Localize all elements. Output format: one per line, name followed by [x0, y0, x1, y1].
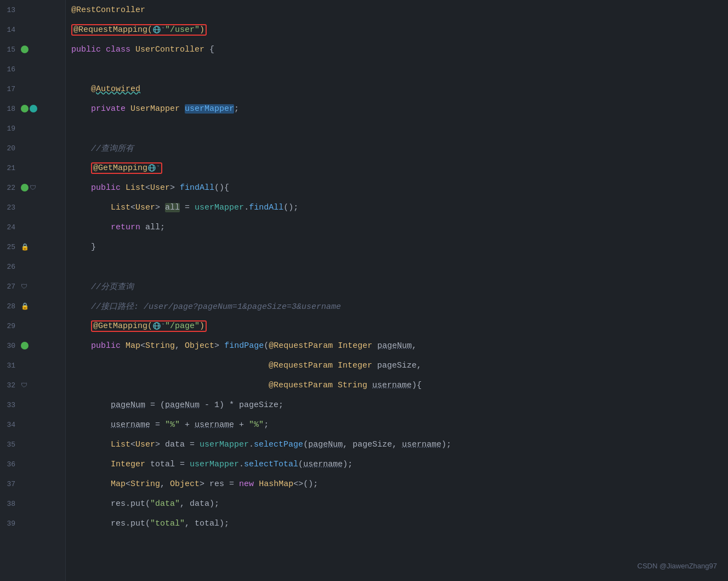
var-all: all	[165, 203, 180, 212]
gutter-row-27: 27 🛡	[0, 277, 65, 296]
gutter-row-16: 16	[0, 59, 65, 79]
angle-22: <	[145, 183, 150, 193]
gutter-row-33: 33	[0, 395, 65, 415]
type-object-37: Object	[170, 480, 200, 489]
res-put-39: res.put(	[71, 519, 150, 528]
code-line-32: @RequestParam String username){	[71, 375, 728, 395]
line-num-33: 33	[0, 401, 20, 409]
code-line-15: public class UserController {	[71, 40, 728, 59]
line-num-35: 35	[0, 441, 20, 449]
line-num-14: 14	[0, 26, 20, 34]
at-reqparam-30: @RequestParam	[269, 341, 338, 351]
brace-open-15: {	[209, 45, 214, 54]
string-page: "/page"	[165, 321, 200, 331]
usermapper-ref-35: userMapper	[200, 440, 249, 449]
semi-34: ;	[264, 420, 269, 430]
kw-public-30: public	[71, 341, 126, 351]
username-var-34: username =	[71, 420, 165, 430]
parens-22: (){	[214, 183, 229, 193]
params-36: (username);	[298, 460, 352, 469]
string-total-39: "total"	[150, 519, 185, 528]
gutter-row-34: 34	[0, 415, 65, 435]
globe-icon-29	[153, 322, 161, 330]
type-integer-31: Integer	[338, 361, 377, 370]
comment-20: //查询所有	[71, 143, 134, 154]
string-data-38: "data"	[150, 499, 180, 509]
kw-return-24: return	[71, 223, 145, 232]
line-num-29: 29	[0, 322, 20, 330]
gutter-row-19: 19	[0, 119, 65, 138]
gutter-row-29: 29	[0, 316, 65, 336]
get-mapping-redbox-21: @GetMapping˅	[91, 162, 162, 174]
chevron-icon-29: ˅	[162, 323, 164, 329]
lock-icon-28: 🔒	[21, 302, 29, 310]
type-user-35: User	[135, 440, 155, 449]
angle-23a: <	[130, 203, 135, 212]
type-integer-36: Integer	[71, 460, 150, 469]
line-num-38: 38	[0, 500, 20, 508]
kw-public-15: public	[71, 45, 106, 54]
var-all-24: all;	[145, 223, 165, 232]
brace-close-25: }	[71, 242, 96, 252]
string-percent-34b: "%"	[249, 420, 264, 430]
code-line-17: @Autowired	[71, 79, 728, 99]
param-pagesize-31: pageSize,	[377, 361, 422, 370]
line-num-39: 39	[0, 520, 20, 528]
line-num-18: 18	[0, 105, 20, 113]
line-num-21: 21	[0, 164, 20, 172]
code-33: pageNum = (pageNum - 1) * pageSize;	[71, 401, 283, 410]
gutter-row-39: 39	[0, 514, 65, 533]
code-line-18: private UserMapper userMapper;	[71, 99, 728, 119]
line-num-28: 28	[0, 302, 20, 311]
type-map-37: Map	[71, 480, 126, 489]
gutter-row-14: 14	[0, 20, 65, 40]
line-num-20: 20	[0, 144, 20, 153]
type-map-30: Map	[126, 341, 140, 351]
code-line-13: @RestController	[71, 0, 728, 20]
string-user: "/user"	[165, 25, 200, 35]
kw-private: private	[71, 104, 130, 114]
code-line-33: pageNum = (pageNum - 1) * pageSize;	[71, 395, 728, 415]
string-percent-34a: "%"	[165, 420, 180, 430]
type-hashmap: HashMap	[259, 480, 293, 489]
line-num-31: 31	[0, 362, 20, 370]
method-findpage: findPage	[224, 341, 264, 351]
type-string-30: String	[145, 341, 175, 351]
code-line-36: Integer total = userMapper.selectTotal(u…	[71, 454, 728, 474]
code-line-22: public List<User> findAll(){	[71, 178, 728, 198]
var-total-36: total =	[150, 460, 190, 469]
request-mapping-redbox: @RequestMapping(˅"/user")	[71, 24, 207, 36]
comma-37: ,	[160, 480, 170, 489]
code-line-24: return all;	[71, 217, 728, 237]
gutter-row-21: 21	[0, 158, 65, 178]
at-reqparam-32: @RequestParam	[269, 381, 338, 390]
kw-public-22: public	[71, 183, 126, 193]
chevron-icon-21: ˅	[157, 165, 160, 171]
code-line-27: //分页查询	[71, 277, 728, 296]
diamond-37: <>();	[293, 480, 318, 489]
green-dot-icon-30	[21, 342, 29, 349]
chevron-icon-14: ˅	[162, 26, 164, 33]
gutter-row-18: 18	[0, 99, 65, 119]
method-selecttotal: selectTotal	[244, 460, 298, 469]
code-line-30: public Map<String, Object> findPage(@Req…	[71, 336, 728, 356]
usermapper-ref-36: userMapper	[190, 460, 239, 469]
param-pagenum-30: pageNum,	[377, 341, 417, 351]
code-content: @RestController @RequestMapping(˅"/user"…	[66, 0, 728, 581]
gutter-row-36: 36	[0, 454, 65, 474]
line-num-32: 32	[0, 381, 20, 390]
method-selectpage: selectPage	[254, 440, 303, 449]
plus-34: + username +	[180, 420, 249, 430]
angle-30a: <	[140, 341, 145, 351]
closing-paren-14: )	[200, 25, 204, 35]
shield-icon-22: 🛡	[30, 184, 37, 191]
shield-icon-27: 🛡	[21, 283, 29, 290]
annotation-rest-controller: @RestController	[71, 5, 145, 15]
dot-23: .	[244, 203, 249, 212]
gutter-row-37: 37	[0, 474, 65, 494]
closing-paren-29: )	[200, 321, 204, 331]
line-num-27: 27	[0, 283, 20, 291]
code-line-34: username = "%" + username + "%";	[71, 415, 728, 435]
code-line-37: Map<String, Object> res = new HashMap<>(…	[71, 474, 728, 494]
at-reqparam-31: @RequestParam	[269, 361, 338, 370]
